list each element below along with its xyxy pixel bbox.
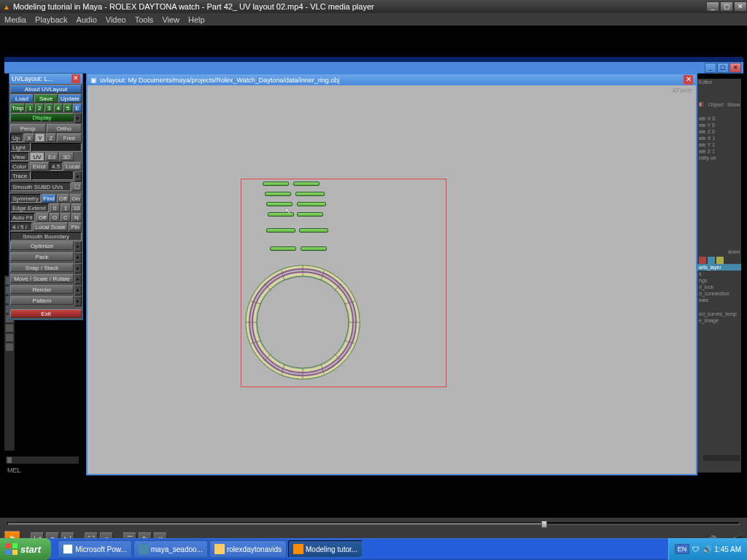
about-button[interactable]: About UVLayout xyxy=(10,85,82,93)
layer-color-icon[interactable] xyxy=(708,257,715,264)
layer-item[interactable]: arts_layer xyxy=(697,264,741,271)
autofit-n[interactable]: N xyxy=(71,213,82,222)
uvlayout-close-button[interactable]: ✕ xyxy=(71,74,80,83)
layer-color-icon[interactable] xyxy=(716,257,724,264)
attr-item[interactable]: ate X 1 xyxy=(697,135,741,141)
uvlayout-canvas[interactable]: XForm xyxy=(88,85,696,474)
pin-button[interactable]: Pin xyxy=(69,222,82,231)
attr-item[interactable]: ate Z 1 xyxy=(697,148,741,155)
layer-item[interactable]: s xyxy=(697,271,741,277)
pack-arrow-icon[interactable]: ▸ xyxy=(74,252,82,262)
up-z[interactable]: Z xyxy=(46,133,56,142)
msr-button[interactable]: Move / Scale / Rotate xyxy=(10,274,74,283)
uvlayout-viewport-titlebar[interactable]: ▣ uvlayout: My Documents/maya/projects/R… xyxy=(88,74,696,85)
local-scale-button[interactable]: Local Scale xyxy=(33,222,68,231)
shelf-icon[interactable] xyxy=(5,333,14,342)
tray-icon[interactable]: 🛡 xyxy=(692,545,700,553)
color-error[interactable]: Error xyxy=(30,162,49,171)
layer-item[interactable]: e_image xyxy=(697,317,741,324)
ee-0[interactable]: 0 xyxy=(50,203,60,212)
autofit-off[interactable]: Off xyxy=(36,213,49,222)
maya-scrollbar-right[interactable] xyxy=(703,455,740,461)
attr-show[interactable]: Show xyxy=(726,101,740,108)
menu-audio[interactable]: Audio xyxy=(77,15,97,24)
menu-help[interactable]: Help xyxy=(188,15,205,24)
symmetry-find[interactable]: Find xyxy=(42,194,56,203)
display-arrow-icon[interactable]: ▸ xyxy=(74,113,82,123)
tray-clock[interactable]: 1:45 AM xyxy=(714,545,741,553)
up-y[interactable]: Y xyxy=(35,133,45,142)
ee-10[interactable]: 10 xyxy=(71,203,82,212)
view-3d[interactable]: 3D xyxy=(59,152,74,161)
trace-field[interactable] xyxy=(31,171,74,180)
uv-shell[interactable] xyxy=(263,182,289,186)
pack-button[interactable]: Pack xyxy=(10,252,74,261)
tmp-2[interactable]: 2 xyxy=(35,104,44,112)
menu-media[interactable]: Media xyxy=(4,15,26,24)
ee-1[interactable]: 1 xyxy=(61,203,71,212)
symmetry-on[interactable]: On xyxy=(70,194,82,203)
uv-shell[interactable] xyxy=(265,192,291,196)
optimize-button[interactable]: Optimize xyxy=(10,241,74,250)
maya-scrollbar[interactable] xyxy=(6,456,79,464)
snap-arrow-icon[interactable]: ▸ xyxy=(74,263,82,273)
up-x[interactable]: X xyxy=(24,133,34,142)
uvlayout-panel-title[interactable]: UVLayout: L... ✕ xyxy=(9,74,82,84)
object-icon[interactable]: ◧ xyxy=(699,101,704,108)
uvlayout-viewport-close[interactable]: ✕ xyxy=(684,75,693,85)
layer-item[interactable]: ngs xyxy=(697,277,741,284)
maya-minimize-button[interactable]: _ xyxy=(705,63,716,73)
persp-button[interactable]: Persp xyxy=(10,124,46,133)
optimize-arrow-icon[interactable]: ▸ xyxy=(74,241,82,252)
taskbar-item-powerpoint[interactable]: Microsoft Pow... xyxy=(58,540,132,558)
up-free[interactable]: Free xyxy=(57,133,82,142)
uv-shell[interactable] xyxy=(293,182,320,186)
autofit-c[interactable]: C xyxy=(61,213,71,222)
layer-color-icon[interactable] xyxy=(699,257,706,264)
uv-shell[interactable] xyxy=(297,212,323,217)
uv-shell[interactable] xyxy=(299,228,328,233)
layer-item[interactable]: eats xyxy=(697,297,741,303)
uv-shell[interactable] xyxy=(295,192,325,196)
msr-arrow-icon[interactable]: ▸ xyxy=(74,274,82,284)
start-button[interactable]: start xyxy=(0,538,51,560)
attr-item[interactable]: ate Z 0 xyxy=(697,128,741,135)
maximize-button[interactable]: ▢ xyxy=(720,1,733,12)
menu-playback[interactable]: Playback xyxy=(35,15,68,24)
autofit-o[interactable]: O xyxy=(50,213,60,222)
attr-item[interactable]: ate X 0 xyxy=(697,115,741,122)
trace-arrow-icon[interactable]: ▸ xyxy=(74,171,82,182)
tmp-4[interactable]: 4 xyxy=(54,104,63,112)
tray-icon[interactable]: 🔊 xyxy=(703,545,711,553)
display-button[interactable]: Display xyxy=(10,113,74,122)
symmetry-off[interactable]: Off xyxy=(57,194,69,203)
close-button[interactable]: ✕ xyxy=(734,1,747,12)
light-slider[interactable] xyxy=(31,143,82,152)
view-uv[interactable]: UV xyxy=(30,152,44,161)
seek-knob[interactable] xyxy=(541,521,547,528)
ortho-button[interactable]: Ortho xyxy=(47,124,82,133)
taskbar-item-maya[interactable]: maya_seadoo... xyxy=(133,540,208,558)
uv-ring-shell[interactable] xyxy=(244,263,362,381)
shelf-icon[interactable] xyxy=(5,324,14,332)
save-button[interactable]: Save xyxy=(34,94,58,103)
seek-bar[interactable] xyxy=(0,518,747,529)
tmp-3[interactable]: 3 xyxy=(44,104,53,112)
uv-shell[interactable] xyxy=(301,246,327,251)
tmp-5[interactable]: 5 xyxy=(63,104,72,112)
snap-stack-button[interactable]: Snap / Stack xyxy=(10,263,74,272)
attr-item[interactable]: ate Y 1 xyxy=(697,141,741,148)
tmp-button[interactable]: Tmp xyxy=(10,104,25,112)
uv-shell[interactable] xyxy=(297,202,326,206)
smooth-subd-check[interactable]: ☐ xyxy=(71,182,82,191)
tmp-e[interactable]: E xyxy=(73,104,82,112)
uv-shell[interactable] xyxy=(266,228,295,233)
maya-close-button[interactable]: ✕ xyxy=(729,63,741,73)
pattern-arrow-icon[interactable]: ▸ xyxy=(74,296,82,306)
layer-item[interactable]: d_lock xyxy=(697,284,741,290)
uv-shell[interactable] xyxy=(270,246,296,251)
taskbar-item-vlc[interactable]: Modeling tutor... xyxy=(288,540,363,558)
color-local[interactable]: Local xyxy=(63,162,82,171)
shelf-icon[interactable] xyxy=(5,343,14,351)
language-indicator[interactable]: EN xyxy=(675,544,690,554)
